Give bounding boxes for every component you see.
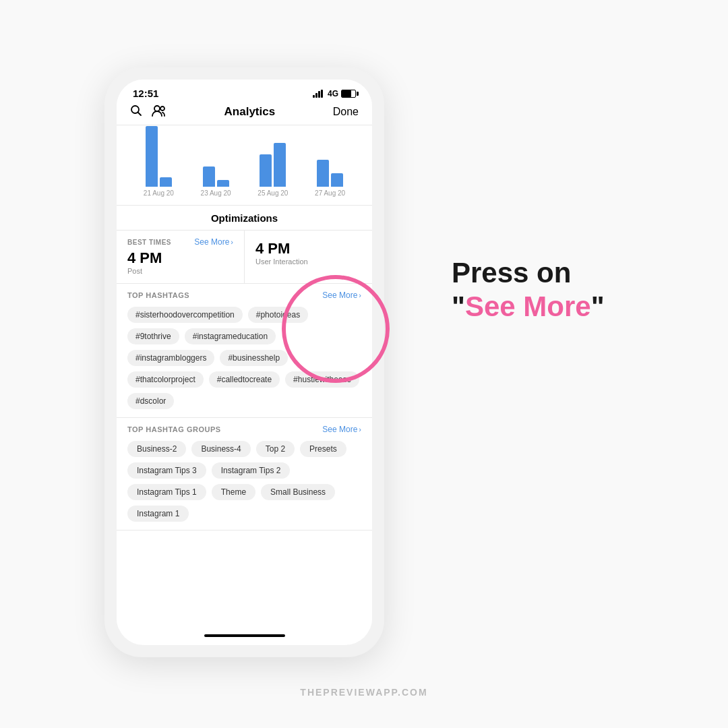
top-hashtag-groups-section: TOP HASHTAG GROUPS See More › Business-2… [117,418,372,530]
scroll-content[interactable]: 21 Aug 20 23 Aug 20 [117,125,372,629]
tag-9: #hustlewithease [285,371,359,388]
chart-section: 21 Aug 20 23 Aug 20 [117,125,372,206]
bar-3a [260,154,272,187]
tag-5: #instagrambloggers [127,350,214,366]
best-times-see-more[interactable]: See More › [194,237,233,247]
bar-2a [203,166,215,187]
battery-icon [341,90,356,98]
group-tags-container: Business-2 Business-4 Top 2 Presets Inst… [127,441,361,522]
chart-group-3: 25 Aug 20 [257,126,288,197]
group-tag-1: Business-2 [127,441,186,457]
status-time: 12:51 [133,88,158,99]
chart-label-2: 23 Aug 20 [201,189,231,197]
nav-left-icons [130,104,166,119]
search-icon[interactable] [130,104,142,119]
group-tag-3: Top 2 [256,441,295,457]
best-times-post-value: 4 PM [127,249,233,267]
svg-line-1 [138,113,142,116]
top-hashtags-section: TOP HASHTAGS See More › #sisterhoodoverc… [117,284,372,418]
bar-3b [274,143,286,187]
chevron-right-icon: › [231,238,233,246]
phone-mockup: 12:51 4G [104,67,384,657]
bar-1b [160,177,172,187]
home-indicator [204,634,285,637]
network-label: 4G [328,89,338,98]
scene: 12:51 4G [0,0,728,728]
hashtags-header: TOP HASHTAGS See More › [127,291,361,300]
chart-label-3: 25 Aug 20 [257,189,288,197]
chart-label-4: 27 Aug 20 [315,189,345,197]
tag-3: #9tothrive [127,328,179,344]
tag-2: #photoideas [248,307,308,323]
svg-point-3 [160,107,164,111]
hashtags-chevron-icon: › [359,291,361,299]
tag-10: #dscolor [127,393,174,409]
tag-7: #thatcolorproject [127,371,204,388]
quote-open: " [452,291,465,322]
bar-2b [217,180,229,187]
groups-chevron-icon: › [359,425,361,433]
group-tag-2: Business-4 [191,441,250,457]
tag-6: #businesshelp [220,350,288,366]
instruction-line1: Press on [452,256,667,290]
nav-bar: Analytics Done [117,102,372,125]
best-times-section: BEST TIMES See More › 4 PM Post 4 PM [117,231,372,284]
nav-title: Analytics [224,105,276,119]
group-tag-9: Small Business [261,484,335,500]
group-tag-8: Theme [212,484,255,500]
instruction-line2: "See More" [452,290,667,324]
tag-1: #sisterhoodovercompetition [127,307,243,323]
status-icons: 4G [313,89,356,98]
group-tag-5: Instagram Tips 3 [127,462,206,479]
chart-group-2: 23 Aug 20 [201,126,231,197]
bar-4a [317,160,329,187]
group-tag-6: Instagram Tips 2 [212,462,291,479]
optimizations-title-bar: Optimizations [117,206,372,231]
done-button[interactable]: Done [333,106,359,118]
group-tag-4: Presets [300,441,346,457]
people-icon[interactable] [152,104,166,119]
bar-4b [331,173,343,187]
footer-url: THEPREVIEWAPP.COM [300,687,427,698]
groups-label: TOP HASHTAG GROUPS [127,425,221,433]
optimizations-title: Optimizations [211,212,278,224]
tag-4: #instagrameducation [185,328,276,344]
chart-group-1: 21 Aug 20 [144,126,174,197]
chart-group-4: 27 Aug 20 [315,126,345,197]
phone-screen: 12:51 4G [117,80,372,645]
groups-see-more[interactable]: See More › [322,425,361,434]
signal-icon [313,90,323,98]
group-tag-10: Instagram 1 [127,506,189,522]
bottom-bar [117,629,372,645]
chart-area: 21 Aug 20 23 Aug 20 [130,132,359,200]
hashtags-label: TOP HASHTAGS [127,291,189,299]
instruction-text: Press on "See More" [452,256,667,324]
see-more-highlight: See More [465,291,591,322]
groups-header: TOP HASHTAG GROUPS See More › [127,425,361,434]
bar-1a [146,126,158,187]
tag-8: #calledtocreate [209,371,280,388]
best-times-post-sub: Post [127,267,233,275]
best-times-interaction-sub: User Interaction [255,257,361,266]
best-times-post-col: BEST TIMES See More › 4 PM Post [117,231,245,283]
best-times-interaction-value: 4 PM [255,240,361,257]
best-times-label: BEST TIMES [127,239,171,246]
chart-label-1: 21 Aug 20 [144,189,174,197]
status-bar: 12:51 4G [117,80,372,102]
hashtags-see-more[interactable]: See More › [322,291,361,300]
quote-close: " [591,291,605,322]
group-tag-7: Instagram Tips 1 [127,484,206,500]
hashtag-tags-container: #sisterhoodovercompetition #photoideas #… [127,307,361,409]
svg-point-2 [154,106,160,111]
best-times-interaction-col: 4 PM User Interaction [245,231,372,283]
